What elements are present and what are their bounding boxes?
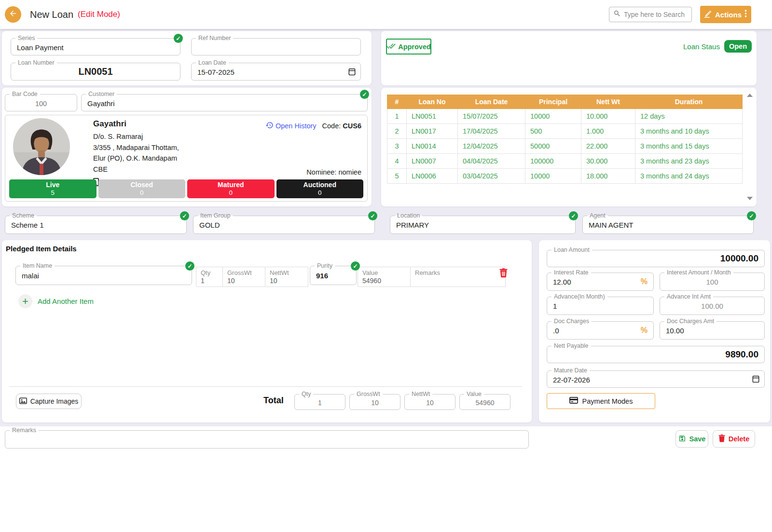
agent-field[interactable]: Agent MAIN AGENT ✓ xyxy=(582,216,754,234)
cell-duration[interactable]: 3 months and 24 days xyxy=(635,169,743,184)
loan-number-field[interactable]: Loan Number LN0051 xyxy=(11,63,180,81)
ref-number-field[interactable]: Ref Number xyxy=(191,38,361,55)
check-circle-icon: ✓ xyxy=(747,211,756,220)
cell-duration[interactable]: 3 months and 23 days xyxy=(635,154,743,169)
item-nettwt-field[interactable]: NettWt 10 xyxy=(265,267,308,287)
item-mini-fields-2: Value 54960 Remarks xyxy=(358,267,506,287)
cell-duration[interactable]: 12 days xyxy=(635,109,743,124)
cell-principal[interactable]: 100000 xyxy=(525,154,581,169)
doc-charges-amt-field[interactable]: Doc Charges Amt 10.00 xyxy=(660,321,765,340)
search-box[interactable] xyxy=(609,7,692,22)
cell-loan-date[interactable]: 03/04/2025 xyxy=(458,169,525,184)
series-field[interactable]: Series Loan Payment ✓ xyxy=(11,38,180,55)
cell-loan-no[interactable]: LN0014 xyxy=(407,139,458,154)
vertical-dots-icon[interactable] xyxy=(744,9,747,20)
cell-nett-wt[interactable]: 22.000 xyxy=(581,139,635,154)
payment-modes-button[interactable]: Payment Modes xyxy=(547,393,655,409)
code-label: Code: xyxy=(322,122,341,130)
cell-loan-no[interactable]: LN0006 xyxy=(407,169,458,184)
remarks-field[interactable]: Remarks xyxy=(5,430,529,449)
cell-loan-date[interactable]: 04/04/2025 xyxy=(458,154,525,169)
cell-loan-no[interactable]: LN0007 xyxy=(407,154,458,169)
table-row[interactable]: 1 LN0051 15/07/2025 10000 10.000 12 days xyxy=(387,109,743,124)
bar-code-field[interactable]: Bar Code 100 xyxy=(5,94,77,111)
actions-label: Actions xyxy=(715,11,742,19)
cell-nett-wt[interactable]: 10.000 xyxy=(581,109,635,124)
item-qty-field[interactable]: Qty 1 xyxy=(196,267,223,287)
scroll-up-icon[interactable] xyxy=(747,94,753,97)
calendar-icon[interactable] xyxy=(752,375,759,385)
payment-modes-label: Payment Modes xyxy=(582,397,633,405)
cell-loan-date[interactable]: 12/04/2025 xyxy=(458,139,525,154)
advance-in-month-field[interactable]: Advance(In Month) 1 xyxy=(547,297,654,315)
cell-principal[interactable]: 500 xyxy=(525,124,581,139)
cell-principal[interactable]: 50000 xyxy=(525,139,581,154)
cell-loan-date[interactable]: 15/07/2025 xyxy=(458,109,525,124)
cell-principal[interactable]: 10000 xyxy=(525,169,581,184)
remarks-label: Remarks xyxy=(10,427,39,434)
cell-duration[interactable]: 3 months and 10 days xyxy=(635,124,743,139)
cell-nett-wt[interactable]: 30.000 xyxy=(581,154,635,169)
approved-button[interactable]: Approved xyxy=(386,39,431,55)
capture-images-button[interactable]: Capture Images xyxy=(16,394,82,409)
mature-date-field[interactable]: Mature Date 22-07-2026 xyxy=(547,370,765,388)
cell-num[interactable]: 2 xyxy=(387,124,407,139)
check-circle-icon: ✓ xyxy=(360,90,369,99)
back-button[interactable] xyxy=(5,6,21,23)
loan-status-chips: Live 5 Closed 0 Matured 0 Auctioned 0 xyxy=(9,179,363,198)
cell-num[interactable]: 1 xyxy=(387,109,407,124)
divider xyxy=(10,386,522,387)
cell-duration[interactable]: 3 months and 15 days xyxy=(635,139,743,154)
chip-closed[interactable]: Closed 0 xyxy=(98,179,186,198)
chip-live[interactable]: Live 5 xyxy=(9,179,96,198)
search-input[interactable] xyxy=(624,11,688,18)
item-group-field[interactable]: Item Group GOLD ✓ xyxy=(193,216,375,234)
plus-icon: + xyxy=(18,294,32,308)
save-button[interactable]: Save xyxy=(676,430,708,448)
total-grosswt-field: GrossWt 10 xyxy=(349,394,400,410)
scheme-field[interactable]: Scheme Scheme 1 ✓ xyxy=(5,216,187,234)
item-value-field[interactable]: Value 54960 xyxy=(358,267,411,287)
advance-in-month-label: Advance(In Month) xyxy=(551,293,607,300)
bar-code-label: Bar Code xyxy=(10,91,40,98)
doc-charges-field[interactable]: Doc Charges .0 % xyxy=(547,321,654,340)
add-another-item-button[interactable]: + Add Another Item xyxy=(18,294,94,308)
scroll-down-icon[interactable] xyxy=(747,197,753,200)
customer-field[interactable]: Customer Gayathri ✓ xyxy=(81,94,368,111)
cell-loan-no[interactable]: LN0017 xyxy=(407,124,458,139)
location-field[interactable]: Location PRIMARY ✓ xyxy=(390,216,576,234)
item-name-field[interactable]: Item Name malai ✓ xyxy=(15,266,192,285)
interest-rate-label: Interest Rate xyxy=(551,269,591,276)
item-grosswt-field[interactable]: GrossWt 10 xyxy=(222,267,265,287)
cell-loan-no[interactable]: LN0051 xyxy=(407,109,458,124)
cell-loan-date[interactable]: 17/04/2025 xyxy=(458,124,525,139)
purity-label: Purity xyxy=(315,262,335,270)
table-row[interactable]: 3 LN0014 12/04/2025 50000 22.000 3 month… xyxy=(387,139,743,154)
nominee-text: Nominee: nomiee xyxy=(306,168,361,176)
chip-auctioned[interactable]: Auctioned 0 xyxy=(276,179,364,198)
delete-item-button[interactable] xyxy=(499,268,508,280)
cell-num[interactable]: 4 xyxy=(387,154,407,169)
interest-rate-field[interactable]: Interest Rate 12.00 % xyxy=(547,273,654,291)
open-history-link[interactable]: Open History xyxy=(265,121,317,131)
purity-field[interactable]: Purity 916 ✓ xyxy=(310,266,357,285)
delete-button[interactable]: Delete xyxy=(713,430,755,448)
edit-mode-badge: (Edit Mode) xyxy=(78,10,120,19)
loan-number-label: Loan Number xyxy=(15,59,57,67)
cell-num[interactable]: 3 xyxy=(387,139,407,154)
table-row[interactable]: 2 LN0017 17/04/2025 500 1.000 3 months a… xyxy=(387,124,743,139)
table-row[interactable]: 5 LN0006 03/04/2025 10000 18.000 3 month… xyxy=(387,169,743,184)
cell-num[interactable]: 5 xyxy=(387,169,407,184)
loan-date-field[interactable]: Loan Date 15-07-2025 xyxy=(191,63,361,81)
item-remarks-field[interactable]: Remarks xyxy=(410,267,506,287)
cell-nett-wt[interactable]: 18.000 xyxy=(581,169,635,184)
table-row[interactable]: 4 LN0007 04/04/2025 100000 30.000 3 mont… xyxy=(387,154,743,169)
chip-matured[interactable]: Matured 0 xyxy=(187,179,275,198)
customer-relation: D/o. S. Ramaraj xyxy=(93,131,179,142)
loan-amount-field[interactable]: Loan Amount 10000.00 xyxy=(547,250,765,267)
cell-nett-wt[interactable]: 1.000 xyxy=(581,124,635,139)
actions-button[interactable]: Actions xyxy=(700,6,751,23)
remarks-input[interactable] xyxy=(5,431,528,448)
cell-principal[interactable]: 10000 xyxy=(525,109,581,124)
calendar-icon[interactable] xyxy=(348,68,356,77)
